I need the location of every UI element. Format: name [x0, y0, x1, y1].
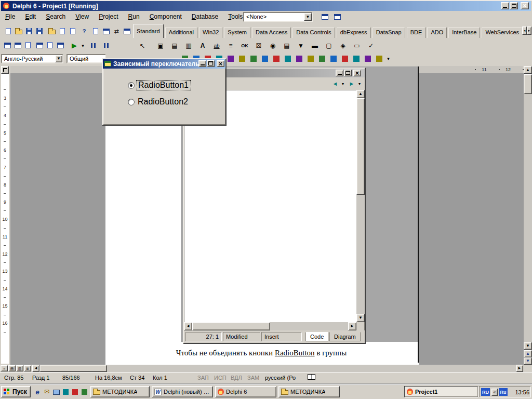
pointer-tool[interactable]: ↖	[134, 39, 151, 52]
ide-toolbar-button[interactable]	[12, 40, 23, 50]
scrollbar-thumb[interactable]	[39, 365, 107, 372]
run-button[interactable]: ▶	[69, 40, 80, 51]
task-button-folder-1[interactable]: МЕТОДИЧКА	[90, 386, 150, 397]
set-debug-desktop-button[interactable]	[331, 11, 343, 22]
dict-toolbar-icon[interactable]	[260, 54, 270, 64]
scrollbar-component[interactable]: ▬	[308, 39, 322, 52]
view-web-layout-button[interactable]: ▤	[8, 365, 16, 371]
radio-button-1-circle[interactable]	[128, 82, 135, 89]
palette-tab-data-access[interactable]: Data Access	[252, 27, 291, 38]
memo-component[interactable]: ≡	[224, 39, 237, 52]
start-button[interactable]: Пуск	[1, 386, 31, 397]
dict-toolbar-icon[interactable]	[294, 54, 304, 64]
editor-horizontal-scrollbar[interactable]: ◄ ►	[184, 322, 356, 330]
palette-tab-interbase[interactable]: InterBase	[448, 27, 480, 38]
scroll-down-icon[interactable]: ▼	[524, 342, 532, 350]
ide-toolbar-button[interactable]	[2, 40, 12, 50]
dict-toolbar-icon[interactable]	[374, 54, 384, 64]
listbox-component[interactable]: ▤	[280, 39, 294, 52]
dict-toolbar-icon[interactable]	[363, 54, 373, 64]
scroll-down-icon[interactable]: ▼	[356, 314, 365, 322]
checkbox-component[interactable]: ☒	[252, 39, 265, 52]
browse-previous-icon[interactable]: ▲	[524, 350, 532, 357]
pause-button[interactable]	[87, 40, 99, 51]
task-button-word-doc[interactable]: W Delphi (новый) - ...	[152, 386, 213, 397]
document-text-pre[interactable]: Чтобы не объединять кнопки	[176, 349, 275, 357]
keyboard-layout-indicator[interactable]: Ru	[499, 388, 508, 396]
view-outline-button[interactable]: ≣	[24, 365, 31, 371]
task-button-project1[interactable]: Project1	[404, 386, 478, 397]
palette-tab-datasnap[interactable]: DataSnap	[373, 27, 405, 38]
dict-toolbar-icon[interactable]	[237, 54, 247, 64]
word-horizontal-scrollbar[interactable]: ◄ ►	[32, 365, 524, 372]
palette-tab-bde[interactable]: BDE	[407, 27, 426, 38]
menu-search[interactable]: Search	[42, 11, 70, 22]
document-text-term[interactable]: RadioButton	[275, 349, 315, 357]
panel-component[interactable]: ▭	[350, 39, 364, 52]
dict-toolbar-icon[interactable]	[351, 54, 362, 64]
tab-code[interactable]: Code	[305, 332, 328, 341]
dict-toolbar-icon[interactable]	[328, 54, 339, 64]
status-flag-revision[interactable]: ИСП	[214, 375, 227, 381]
browse-next-icon[interactable]: ▼	[524, 357, 532, 365]
view-normal-button[interactable]: ≡	[1, 365, 8, 371]
editor-vertical-scrollbar[interactable]: ▲ ▼	[356, 90, 365, 322]
palette-tab-standard[interactable]: Standard	[133, 24, 164, 38]
navigate-forward-icon[interactable]: ►	[347, 78, 357, 89]
quick-launch-icon[interactable]	[61, 388, 70, 396]
menu-project[interactable]: Project	[95, 11, 122, 22]
dict-toolbar-icon[interactable]	[271, 54, 282, 64]
ide-toolbar-button[interactable]	[55, 40, 65, 50]
remove-file-from-project-button[interactable]	[68, 26, 78, 36]
scrollbar-thumb[interactable]	[524, 74, 532, 94]
navigate-back-icon[interactable]: ◄	[330, 78, 340, 89]
palette-tab-system[interactable]: System	[224, 27, 250, 38]
ide-toolbar-button[interactable]	[23, 40, 33, 50]
actionlist-component[interactable]: ✓	[364, 39, 378, 52]
show-desktop-icon[interactable]	[52, 388, 60, 396]
palette-tab-additional[interactable]: Additional	[165, 27, 197, 38]
dict-toolbar-icon[interactable]	[225, 54, 236, 64]
toggle-form-unit-button[interactable]: ⇄	[111, 26, 122, 36]
restore-button[interactable]	[510, 2, 518, 9]
desktop-layout-combo[interactable]: <None> ▼	[243, 12, 313, 22]
maximize-button[interactable]	[207, 60, 215, 67]
forward-dropdown-icon[interactable]: ▾	[357, 78, 362, 89]
tab-diagram[interactable]: Diagram	[329, 332, 361, 341]
frames-component[interactable]: ▣	[154, 39, 167, 52]
minimize-button[interactable]	[198, 60, 206, 67]
palette-tab-ado[interactable]: ADO	[427, 27, 447, 38]
dict-toolbar-icon[interactable]	[248, 54, 259, 64]
maximize-button[interactable]	[344, 70, 352, 76]
scroll-up-icon[interactable]: ▲	[356, 90, 365, 98]
document-text-post[interactable]: в группы	[315, 349, 347, 357]
palette-tab-data-controls[interactable]: Data Controls	[292, 27, 335, 38]
new-form-button[interactable]	[122, 26, 132, 36]
edit-component[interactable]: ab	[210, 39, 223, 52]
scroll-left-icon[interactable]: ◄	[184, 322, 192, 330]
minimize-button[interactable]	[336, 70, 343, 76]
word-vertical-scrollbar[interactable]: ▲ ▼ ▲ ▼	[524, 66, 532, 365]
help-contents-button[interactable]: ?	[79, 26, 89, 36]
open-project-button[interactable]	[47, 26, 57, 36]
add-file-to-project-button[interactable]	[57, 26, 68, 36]
dict-toolbar-icon[interactable]	[317, 54, 327, 64]
menu-database[interactable]: Database	[188, 11, 222, 22]
new-items-button[interactable]	[3, 26, 14, 36]
view-form-button[interactable]	[101, 26, 111, 36]
tab-selector-button[interactable]	[1, 66, 9, 74]
chevron-down-icon[interactable]: ▼	[304, 13, 312, 21]
view-unit-button[interactable]	[90, 26, 101, 36]
open-button[interactable]	[14, 26, 24, 36]
menu-edit[interactable]: Edit	[21, 11, 40, 22]
palette-scroll-right-icon[interactable]: ►	[527, 26, 531, 35]
status-flag-overtype[interactable]: ЗАМ	[247, 375, 259, 381]
mainmenu-component[interactable]: ▤	[168, 39, 181, 52]
radiogroup-component[interactable]: ◈	[336, 39, 350, 52]
mail-icon[interactable]: ✉	[43, 388, 51, 396]
menu-file[interactable]: File	[1, 11, 19, 22]
scroll-left-icon[interactable]: ◄	[32, 365, 39, 372]
radio-row-1[interactable]: RadioButton1	[128, 80, 191, 90]
menu-view[interactable]: View	[71, 11, 93, 22]
minimize-button[interactable]	[501, 2, 509, 9]
